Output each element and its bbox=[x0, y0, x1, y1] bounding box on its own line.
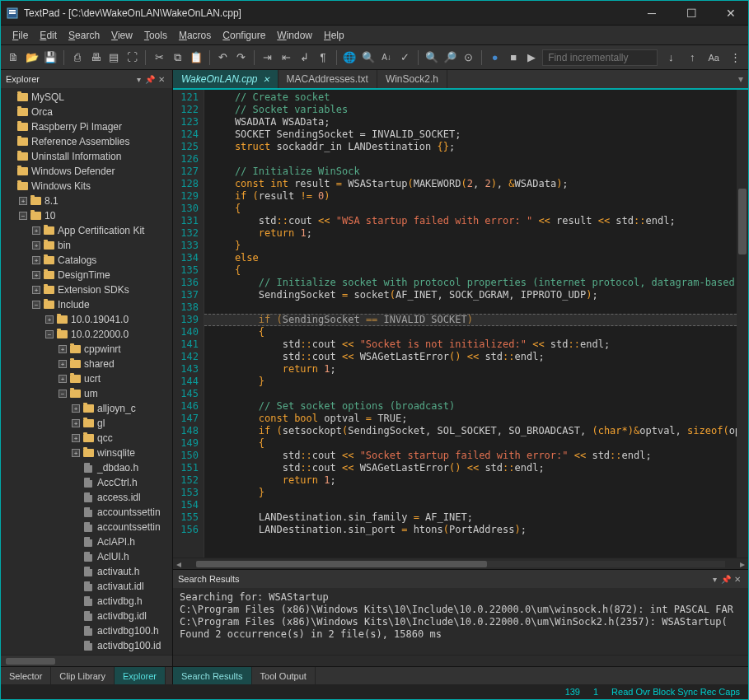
output-tab-search-results[interactable]: Search Results bbox=[173, 667, 252, 684]
output-tab-tool-output[interactable]: Tool Output bbox=[252, 667, 316, 684]
folder-item[interactable]: Orca bbox=[1, 105, 172, 119]
tree-twisty-icon[interactable]: + bbox=[57, 360, 68, 369]
code-line[interactable]: // Set socket options (broadcast) bbox=[211, 400, 737, 413]
code-line[interactable]: const int result = WSAStartup(MAKEWORD(2… bbox=[211, 178, 737, 190]
folder-item[interactable]: +gl bbox=[1, 416, 172, 431]
file-item[interactable]: accountssettin bbox=[1, 505, 172, 520]
code-line[interactable]: std::cout << "WSA startup failed with er… bbox=[211, 215, 737, 227]
code-line[interactable]: { bbox=[211, 203, 737, 215]
folder-item[interactable]: Windows Kits bbox=[1, 179, 172, 194]
match-case-icon[interactable]: Aa bbox=[705, 49, 722, 66]
tree-twisty-icon[interactable]: − bbox=[57, 390, 68, 399]
tree-twisty-icon[interactable]: + bbox=[57, 345, 68, 354]
folder-item[interactable]: +ucrt bbox=[1, 371, 172, 386]
find-prev-icon[interactable]: ↑ bbox=[684, 49, 700, 66]
file-item[interactable]: activdbg100.h bbox=[1, 623, 172, 638]
code-line[interactable]: std::cout << "Socket startup failed with… bbox=[211, 450, 737, 462]
tree-twisty-icon[interactable]: − bbox=[44, 330, 55, 339]
folder-item[interactable]: +bin bbox=[1, 238, 172, 253]
editor-tab[interactable]: MACAddresses.txt bbox=[279, 70, 377, 88]
redo-icon[interactable]: ↷ bbox=[233, 49, 249, 66]
globe-icon[interactable]: 🌐 bbox=[342, 49, 358, 66]
code-line[interactable]: WSADATA WSAData; bbox=[211, 116, 737, 128]
file-item[interactable]: access.idl bbox=[1, 490, 172, 505]
code-line[interactable]: } bbox=[211, 240, 737, 252]
folder-item[interactable]: +Catalogs bbox=[1, 253, 172, 268]
search-results-body[interactable]: Searching for: WSAStartupC:\Program File… bbox=[173, 588, 748, 655]
code-line[interactable] bbox=[211, 499, 737, 511]
tree-scrollbar-h[interactable] bbox=[1, 655, 172, 666]
folder-item[interactable]: Reference Assemblies bbox=[1, 134, 172, 149]
panel-pin-icon[interactable]: 📌 bbox=[144, 75, 156, 84]
code-line[interactable]: { bbox=[211, 326, 737, 338]
minimize-button[interactable]: ─ bbox=[639, 7, 664, 20]
file-item[interactable]: accountssettin bbox=[1, 520, 172, 534]
print-icon[interactable]: 🖶 bbox=[87, 49, 103, 66]
code-line[interactable]: } bbox=[211, 376, 737, 388]
menu-edit[interactable]: Edit bbox=[35, 30, 62, 41]
folder-item[interactable]: −10.0.22000.0 bbox=[1, 327, 172, 342]
folder-item[interactable]: Uninstall Information bbox=[1, 149, 172, 164]
editor-scrollbar-h[interactable]: ◂ ▸ bbox=[173, 558, 748, 569]
zoom-reset-icon[interactable]: ⊙ bbox=[461, 49, 476, 66]
file-item[interactable]: activdbg100.id bbox=[1, 638, 172, 653]
menu-window[interactable]: Window bbox=[272, 30, 317, 41]
folder-item[interactable]: +winsqlite bbox=[1, 446, 172, 460]
outdent-icon[interactable]: ⇤ bbox=[279, 49, 294, 66]
code-line[interactable]: std::cout << WSAGetLastError() << std::e… bbox=[211, 462, 737, 474]
tab-close-icon[interactable]: ✕ bbox=[263, 75, 269, 84]
tree-twisty-icon[interactable]: − bbox=[30, 301, 42, 310]
binoculars-icon[interactable]: 🔍 bbox=[360, 49, 376, 66]
folder-item[interactable]: −10 bbox=[1, 208, 172, 223]
paste-icon[interactable]: 📋 bbox=[188, 49, 204, 66]
side-tab-selector[interactable]: Selector bbox=[1, 667, 51, 684]
menu-view[interactable]: View bbox=[106, 30, 138, 41]
file-item[interactable]: _dbdao.h bbox=[1, 460, 172, 475]
tree-twisty-icon[interactable]: + bbox=[70, 404, 82, 413]
code-line[interactable]: if (setsockopt(SendingSocket, SOL_SOCKET… bbox=[211, 425, 737, 437]
tree-twisty-icon[interactable]: + bbox=[30, 256, 42, 265]
code-line[interactable]: { bbox=[211, 264, 737, 277]
folder-item[interactable]: Windows Defender bbox=[1, 164, 172, 179]
tree-twisty-icon[interactable]: + bbox=[70, 449, 82, 458]
tree-twisty-icon[interactable]: + bbox=[44, 315, 55, 324]
pilcrow-icon[interactable]: ¶ bbox=[315, 49, 330, 66]
folder-item[interactable]: MySQL bbox=[1, 90, 172, 105]
folder-item[interactable]: −Include bbox=[1, 297, 172, 312]
code-line[interactable]: struct sockaddr_in LANDestination {}; bbox=[211, 141, 737, 153]
search-result-line[interactable]: Searching for: WSAStartup bbox=[180, 591, 742, 604]
code-line[interactable]: LANDestination.sin_port = htons(PortAddr… bbox=[211, 524, 737, 536]
folder-item[interactable]: +10.0.19041.0 bbox=[1, 312, 172, 327]
code-line[interactable]: // Socket variables bbox=[211, 104, 737, 116]
code-line[interactable]: LANDestination.sin_family = AF_INET; bbox=[211, 511, 737, 524]
file-item[interactable]: AccCtrl.h bbox=[1, 475, 172, 490]
search-scrollbar-h[interactable] bbox=[173, 655, 748, 666]
spellcheck-icon[interactable]: ✓ bbox=[397, 49, 413, 66]
find-menu-icon[interactable]: ⋮ bbox=[727, 49, 743, 66]
wrap-icon[interactable]: ↲ bbox=[297, 49, 312, 66]
tree-twisty-icon[interactable]: + bbox=[57, 375, 68, 384]
file-item[interactable]: AclUI.h bbox=[1, 549, 172, 564]
code-line[interactable]: // Initialize WinSock bbox=[211, 166, 737, 178]
close-button[interactable]: ✕ bbox=[719, 7, 743, 20]
new-file-icon[interactable]: 🗎 bbox=[6, 49, 21, 66]
copy-icon[interactable]: ⧉ bbox=[170, 49, 185, 66]
menu-macros[interactable]: Macros bbox=[174, 30, 216, 41]
code-line[interactable]: else bbox=[211, 252, 737, 264]
maximize-button[interactable]: ☐ bbox=[679, 7, 704, 20]
find-input[interactable] bbox=[542, 49, 658, 66]
code-line[interactable]: { bbox=[211, 437, 737, 450]
code-area[interactable]: // Create socket // Socket variables WSA… bbox=[204, 90, 737, 558]
code-line[interactable]: if (result != 0) bbox=[211, 190, 737, 203]
code-line[interactable]: SOCKET SendingSocket = INVALID_SOCKET; bbox=[211, 128, 737, 141]
file-item[interactable]: activdbg.idl bbox=[1, 609, 172, 623]
file-item[interactable]: activaut.h bbox=[1, 564, 172, 579]
play-icon[interactable]: ▶ bbox=[524, 49, 540, 66]
file-item[interactable]: activaut.idl bbox=[1, 579, 172, 594]
code-line[interactable]: SendingSocket = socket(AF_INET, SOCK_DGR… bbox=[211, 289, 737, 301]
code-line[interactable]: std::cout << "Socket is not initialized:… bbox=[211, 338, 737, 351]
panel-close-icon[interactable]: ✕ bbox=[156, 75, 167, 84]
menu-file[interactable]: File bbox=[7, 30, 33, 41]
folder-item[interactable]: +DesignTime bbox=[1, 268, 172, 282]
indent-icon[interactable]: ⇥ bbox=[260, 49, 275, 66]
